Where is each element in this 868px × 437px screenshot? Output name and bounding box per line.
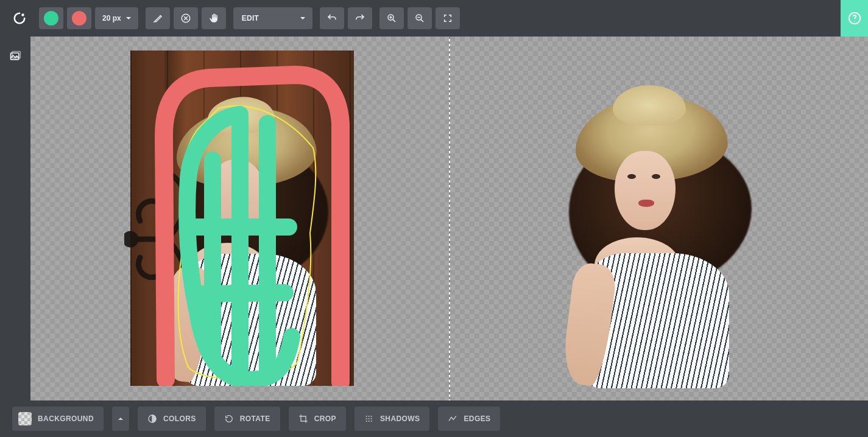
fullscreen-button[interactable] bbox=[436, 7, 460, 29]
pan-tool[interactable] bbox=[202, 7, 226, 29]
top-toolbar: 20 px EDIT bbox=[0, 0, 868, 37]
crop-icon bbox=[298, 414, 308, 424]
rotate-label: ROTATE bbox=[240, 414, 270, 423]
shadows-button[interactable]: SHADOWS bbox=[355, 407, 429, 431]
rotate-button[interactable]: ROTATE bbox=[214, 407, 280, 431]
caret-down-icon bbox=[300, 17, 305, 19]
edit-group: EDIT bbox=[233, 7, 312, 29]
history-group bbox=[320, 7, 372, 29]
result-panel[interactable] bbox=[450, 37, 869, 400]
edges-label: EDGES bbox=[464, 414, 490, 423]
shadows-icon bbox=[364, 414, 374, 424]
erase-tool[interactable] bbox=[174, 7, 198, 29]
result-image bbox=[581, 96, 752, 388]
edit-label: EDIT bbox=[242, 14, 259, 23]
colors-label: COLORS bbox=[163, 414, 196, 423]
bottom-toolbar: BACKGROUND COLORS ROTATE CROP SHADOWS ED… bbox=[0, 400, 868, 437]
brush-size-dropdown[interactable]: 20 px bbox=[95, 7, 138, 29]
edges-icon bbox=[448, 414, 457, 424]
undo-button[interactable] bbox=[320, 7, 344, 29]
rotate-icon bbox=[224, 414, 234, 424]
source-panel[interactable] bbox=[30, 37, 449, 400]
keep-marker-stroke bbox=[130, 51, 354, 386]
shadows-label: SHADOWS bbox=[380, 414, 420, 423]
colors-button[interactable]: COLORS bbox=[138, 407, 206, 431]
edit-dropdown[interactable]: EDIT bbox=[233, 7, 312, 29]
zoom-in-button[interactable] bbox=[379, 7, 404, 29]
crop-label: CROP bbox=[314, 414, 336, 423]
redo-button[interactable] bbox=[348, 7, 372, 29]
source-image bbox=[130, 51, 354, 386]
keep-color-swatch bbox=[44, 11, 58, 26]
brush-tools-group bbox=[146, 7, 226, 29]
edges-button[interactable]: EDGES bbox=[438, 407, 500, 431]
left-sidebar bbox=[0, 37, 30, 400]
background-button[interactable]: BACKGROUND bbox=[12, 407, 104, 431]
brush-size-label: 20 px bbox=[102, 14, 121, 23]
background-options-button[interactable] bbox=[112, 407, 129, 431]
contrast-icon bbox=[147, 414, 157, 424]
transparency-swatch-icon bbox=[18, 412, 32, 425]
brush-tool[interactable] bbox=[146, 7, 170, 29]
workspace bbox=[30, 37, 868, 400]
keep-color-tool[interactable] bbox=[39, 7, 63, 29]
app-logo[interactable] bbox=[7, 12, 32, 25]
images-button[interactable] bbox=[4, 45, 26, 67]
background-label: BACKGROUND bbox=[38, 414, 94, 423]
remove-color-swatch bbox=[72, 11, 86, 26]
help-button[interactable] bbox=[841, 0, 868, 37]
remove-color-tool[interactable] bbox=[67, 7, 91, 29]
svg-point-0 bbox=[21, 13, 24, 16]
caret-down-icon bbox=[126, 17, 131, 19]
zoom-out-button[interactable] bbox=[408, 7, 432, 29]
color-tools-group: 20 px bbox=[39, 7, 138, 29]
crop-button[interactable]: CROP bbox=[289, 407, 346, 431]
zoom-group bbox=[379, 7, 460, 29]
caret-up-icon bbox=[118, 418, 123, 420]
svg-point-5 bbox=[854, 21, 855, 22]
